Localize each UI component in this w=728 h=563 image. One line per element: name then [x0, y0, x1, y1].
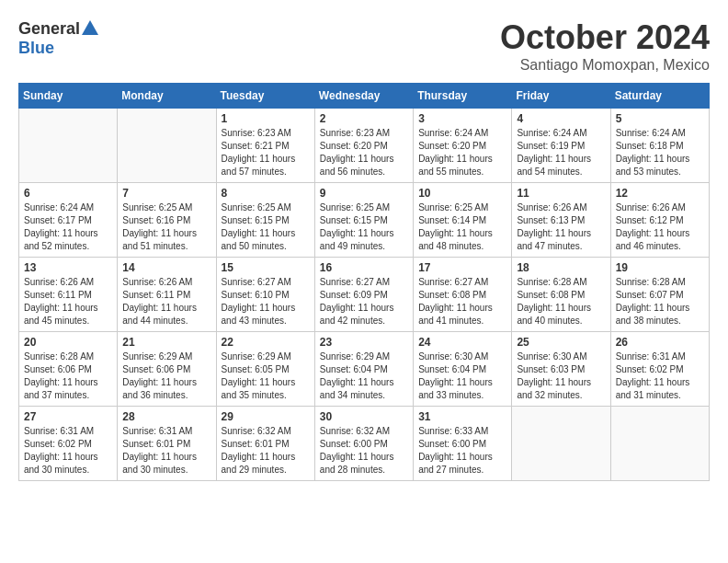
day-info: Sunrise: 6:27 AM Sunset: 6:09 PM Dayligh… — [320, 276, 408, 327]
day-info: Sunrise: 6:25 AM Sunset: 6:14 PM Dayligh… — [418, 201, 506, 253]
day-info: Sunrise: 6:31 AM Sunset: 6:01 PM Dayligh… — [122, 425, 210, 477]
day-info: Sunrise: 6:27 AM Sunset: 6:10 PM Dayligh… — [222, 276, 310, 327]
day-cell: 5Sunrise: 6:24 AM Sunset: 6:18 PM Daylig… — [610, 109, 709, 183]
day-cell: 4Sunrise: 6:24 AM Sunset: 6:19 PM Daylig… — [512, 109, 610, 183]
day-info: Sunrise: 6:33 AM Sunset: 6:00 PM Dayligh… — [418, 425, 506, 477]
header-monday: Monday — [118, 84, 216, 109]
week-row-1: 1Sunrise: 6:23 AM Sunset: 6:21 PM Daylig… — [19, 109, 710, 183]
day-cell: 20Sunrise: 6:28 AM Sunset: 6:06 PM Dayli… — [19, 332, 118, 407]
day-info: Sunrise: 6:30 AM Sunset: 6:04 PM Dayligh… — [418, 350, 506, 402]
day-cell: 26Sunrise: 6:31 AM Sunset: 6:02 PM Dayli… — [610, 332, 709, 407]
day-cell: 11Sunrise: 6:26 AM Sunset: 6:13 PM Dayli… — [512, 183, 610, 258]
day-cell: 29Sunrise: 6:32 AM Sunset: 6:01 PM Dayli… — [216, 407, 314, 481]
day-cell: 25Sunrise: 6:30 AM Sunset: 6:03 PM Dayli… — [512, 332, 610, 407]
day-info: Sunrise: 6:24 AM Sunset: 6:18 PM Dayligh… — [616, 127, 704, 178]
day-cell: 21Sunrise: 6:29 AM Sunset: 6:06 PM Dayli… — [118, 332, 216, 407]
day-info: Sunrise: 6:27 AM Sunset: 6:08 PM Dayligh… — [418, 276, 506, 327]
week-row-2: 6Sunrise: 6:24 AM Sunset: 6:17 PM Daylig… — [19, 183, 710, 258]
day-info: Sunrise: 6:26 AM Sunset: 6:13 PM Dayligh… — [517, 201, 605, 253]
day-info: Sunrise: 6:23 AM Sunset: 6:20 PM Dayligh… — [320, 127, 408, 178]
week-row-4: 20Sunrise: 6:28 AM Sunset: 6:06 PM Dayli… — [19, 332, 710, 407]
day-info: Sunrise: 6:28 AM Sunset: 6:08 PM Dayligh… — [517, 276, 605, 327]
month-title: October 2024 — [500, 18, 710, 57]
day-number: 18 — [517, 261, 605, 274]
day-info: Sunrise: 6:31 AM Sunset: 6:02 PM Dayligh… — [616, 350, 704, 402]
day-info: Sunrise: 6:29 AM Sunset: 6:04 PM Dayligh… — [320, 350, 408, 402]
day-info: Sunrise: 6:24 AM Sunset: 6:17 PM Dayligh… — [24, 201, 112, 253]
day-number: 14 — [122, 261, 210, 274]
header-saturday: Saturday — [610, 84, 709, 109]
day-cell: 31Sunrise: 6:33 AM Sunset: 6:00 PM Dayli… — [414, 407, 512, 481]
day-info: Sunrise: 6:26 AM Sunset: 6:11 PM Dayligh… — [24, 276, 112, 327]
day-number: 11 — [517, 187, 605, 200]
day-cell: 30Sunrise: 6:32 AM Sunset: 6:00 PM Dayli… — [314, 407, 413, 481]
day-info: Sunrise: 6:25 AM Sunset: 6:15 PM Dayligh… — [222, 201, 310, 253]
day-number: 8 — [222, 187, 310, 200]
day-info: Sunrise: 6:23 AM Sunset: 6:21 PM Dayligh… — [222, 127, 310, 178]
day-number: 22 — [222, 336, 310, 349]
day-number: 24 — [418, 336, 506, 349]
day-cell: 1Sunrise: 6:23 AM Sunset: 6:21 PM Daylig… — [216, 109, 314, 183]
day-info: Sunrise: 6:30 AM Sunset: 6:03 PM Dayligh… — [517, 350, 605, 402]
day-number: 2 — [320, 112, 408, 125]
day-info: Sunrise: 6:28 AM Sunset: 6:06 PM Dayligh… — [24, 350, 112, 402]
day-info: Sunrise: 6:25 AM Sunset: 6:15 PM Dayligh… — [320, 201, 408, 253]
day-cell: 9Sunrise: 6:25 AM Sunset: 6:15 PM Daylig… — [314, 183, 413, 258]
day-number: 15 — [222, 261, 310, 274]
day-cell: 12Sunrise: 6:26 AM Sunset: 6:12 PM Dayli… — [610, 183, 709, 258]
header-wednesday: Wednesday — [314, 84, 413, 109]
day-cell: 14Sunrise: 6:26 AM Sunset: 6:11 PM Dayli… — [118, 258, 216, 332]
day-number: 12 — [616, 187, 704, 200]
day-info: Sunrise: 6:26 AM Sunset: 6:12 PM Dayligh… — [616, 201, 704, 253]
day-cell: 18Sunrise: 6:28 AM Sunset: 6:08 PM Dayli… — [512, 258, 610, 332]
day-cell: 16Sunrise: 6:27 AM Sunset: 6:09 PM Dayli… — [314, 258, 413, 332]
day-cell: 3Sunrise: 6:24 AM Sunset: 6:20 PM Daylig… — [414, 109, 512, 183]
calendar-table: SundayMondayTuesdayWednesdayThursdayFrid… — [18, 83, 710, 481]
day-number: 5 — [616, 112, 704, 125]
header-sunday: Sunday — [19, 84, 118, 109]
day-cell: 22Sunrise: 6:29 AM Sunset: 6:05 PM Dayli… — [216, 332, 314, 407]
day-info: Sunrise: 6:24 AM Sunset: 6:19 PM Dayligh… — [517, 127, 605, 178]
day-info: Sunrise: 6:32 AM Sunset: 6:01 PM Dayligh… — [222, 425, 310, 477]
day-info: Sunrise: 6:31 AM Sunset: 6:02 PM Dayligh… — [24, 425, 112, 477]
header-friday: Friday — [512, 84, 610, 109]
day-number: 10 — [418, 187, 506, 200]
day-cell — [118, 109, 216, 183]
day-cell: 2Sunrise: 6:23 AM Sunset: 6:20 PM Daylig… — [314, 109, 413, 183]
page-header: General Blue October 2024 Santiago Momox… — [18, 18, 710, 74]
day-number: 26 — [616, 336, 704, 349]
day-number: 3 — [418, 112, 506, 125]
day-number: 31 — [418, 410, 506, 423]
day-cell: 6Sunrise: 6:24 AM Sunset: 6:17 PM Daylig… — [19, 183, 118, 258]
day-info: Sunrise: 6:28 AM Sunset: 6:07 PM Dayligh… — [616, 276, 704, 327]
header-row: SundayMondayTuesdayWednesdayThursdayFrid… — [19, 84, 710, 109]
day-number: 20 — [24, 336, 112, 349]
day-cell: 17Sunrise: 6:27 AM Sunset: 6:08 PM Dayli… — [414, 258, 512, 332]
day-number: 7 — [122, 187, 210, 200]
day-number: 9 — [320, 187, 408, 200]
day-info: Sunrise: 6:24 AM Sunset: 6:20 PM Dayligh… — [418, 127, 506, 178]
day-number: 29 — [222, 410, 310, 423]
title-area: October 2024 Santiago Momoxpan, Mexico — [500, 18, 710, 74]
day-number: 19 — [616, 261, 704, 274]
logo-general: General — [18, 19, 80, 39]
day-number: 23 — [320, 336, 408, 349]
logo-blue: Blue — [18, 39, 100, 58]
location-subtitle: Santiago Momoxpan, Mexico — [500, 57, 710, 74]
day-cell: 27Sunrise: 6:31 AM Sunset: 6:02 PM Dayli… — [19, 407, 118, 481]
day-info: Sunrise: 6:32 AM Sunset: 6:00 PM Dayligh… — [320, 425, 408, 477]
day-cell — [512, 407, 610, 481]
day-cell: 7Sunrise: 6:25 AM Sunset: 6:16 PM Daylig… — [118, 183, 216, 258]
day-cell: 28Sunrise: 6:31 AM Sunset: 6:01 PM Dayli… — [118, 407, 216, 481]
logo: General Blue — [18, 18, 100, 58]
day-number: 30 — [320, 410, 408, 423]
day-info: Sunrise: 6:29 AM Sunset: 6:06 PM Dayligh… — [122, 350, 210, 402]
logo-icon — [80, 18, 100, 39]
day-cell: 19Sunrise: 6:28 AM Sunset: 6:07 PM Dayli… — [610, 258, 709, 332]
header-thursday: Thursday — [414, 84, 512, 109]
day-number: 1 — [222, 112, 310, 125]
day-cell: 13Sunrise: 6:26 AM Sunset: 6:11 PM Dayli… — [19, 258, 118, 332]
day-number: 17 — [418, 261, 506, 274]
day-number: 6 — [24, 187, 112, 200]
day-number: 13 — [24, 261, 112, 274]
